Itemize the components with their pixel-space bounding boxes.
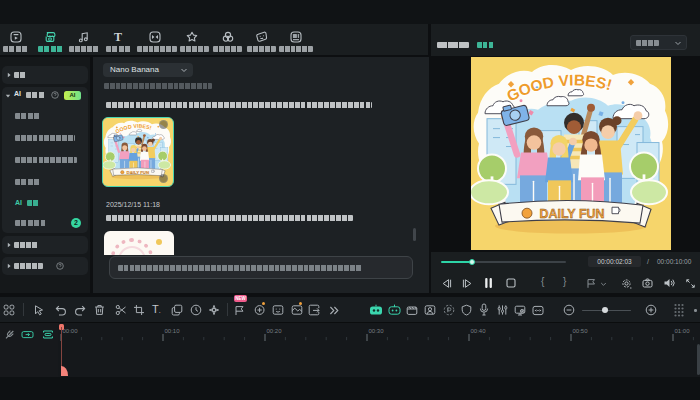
svg-text:00:50: 00:50 (573, 328, 589, 334)
svg-text:00:10: 00:10 (165, 328, 181, 334)
svg-text:01:00: 01:00 (675, 328, 691, 334)
svg-text:00:00: 00:00 (63, 328, 79, 334)
svg-text:00:30: 00:30 (369, 328, 385, 334)
svg-text:00:40: 00:40 (471, 328, 487, 334)
svg-text:00:20: 00:20 (267, 328, 283, 334)
